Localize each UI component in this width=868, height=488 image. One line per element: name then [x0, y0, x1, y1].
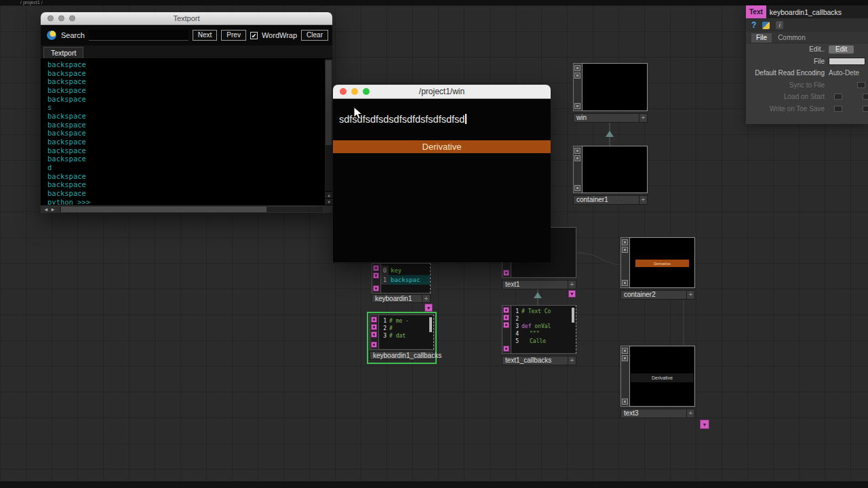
- plus-icon[interactable]: +: [568, 357, 576, 365]
- line-number: 2: [380, 325, 387, 332]
- node-name-box[interactable]: container1 +: [573, 195, 648, 205]
- info-icon[interactable]: i: [776, 21, 783, 29]
- export-flag-icon[interactable]: [503, 346, 509, 352]
- scroll-right-icon[interactable]: ▶: [52, 207, 56, 211]
- zoom-button[interactable]: [69, 16, 75, 22]
- node-name-box[interactable]: keyboardin1 +: [372, 294, 431, 303]
- bypass-flag-icon[interactable]: [574, 73, 580, 79]
- viewer-flag-icon[interactable]: [574, 148, 580, 154]
- minimize-button[interactable]: [351, 88, 358, 95]
- load-toggle[interactable]: [834, 94, 842, 100]
- display-flag-icon[interactable]: [622, 280, 628, 286]
- bypass-flag-icon[interactable]: [574, 155, 580, 161]
- next-button[interactable]: Next: [193, 30, 218, 41]
- file-field[interactable]: [829, 58, 865, 65]
- sync-toggle[interactable]: [857, 82, 865, 88]
- node-viewer[interactable]: 1 # Text Co 2 3 def onVal 4 """: [511, 305, 576, 354]
- viewer-flag-icon[interactable]: [622, 239, 628, 245]
- node-name-box[interactable]: text1 +: [502, 280, 576, 289]
- node-name-box[interactable]: keyboardin1_callbacks: [370, 351, 434, 360]
- bypass-flag-icon[interactable]: [371, 324, 377, 330]
- tab-textport[interactable]: Textport: [43, 47, 83, 58]
- node-container1[interactable]: container1 +: [573, 146, 648, 205]
- node-keyboardin1[interactable]: 0 key 1 backspac keyboardin1 +: [372, 263, 431, 303]
- node-viewer[interactable]: 0 key 1 backspac: [380, 263, 431, 293]
- node-container2[interactable]: Derivative container2 +: [620, 237, 695, 300]
- textport-console[interactable]: backspace backspace backspace backspace …: [41, 59, 332, 205]
- viewer-flag-icon[interactable]: [622, 348, 628, 354]
- display-flag-icon[interactable]: [574, 103, 580, 109]
- zoom-button[interactable]: [363, 88, 370, 95]
- plus-icon[interactable]: +: [422, 295, 430, 302]
- close-button[interactable]: [340, 88, 347, 95]
- node-name-box[interactable]: container2 +: [620, 290, 695, 300]
- bypass-flag-icon[interactable]: [373, 272, 379, 279]
- node-keyboardin1-callbacks[interactable]: 1 # me - 2 # 3 # dat keyboardin1_callbac…: [370, 314, 434, 360]
- autocomplete-highlighted-item[interactable]: Derivative: [333, 140, 551, 153]
- search-input[interactable]: [89, 30, 189, 41]
- node-viewer[interactable]: Derivative: [629, 237, 695, 288]
- node-win[interactable]: win +: [573, 63, 648, 123]
- plus-icon[interactable]: +: [639, 114, 647, 122]
- display-flag-icon[interactable]: [574, 185, 580, 191]
- clear-button[interactable]: Clear: [301, 30, 328, 41]
- node-name-box[interactable]: text1_callbacks +: [502, 356, 576, 365]
- node-viewer[interactable]: [582, 146, 648, 193]
- encoding-dropdown[interactable]: Auto-Dete: [829, 69, 859, 77]
- close-button[interactable]: [47, 16, 54, 22]
- export-flag-icon[interactable]: [371, 342, 377, 348]
- plus-icon[interactable]: +: [568, 281, 576, 289]
- prev-button[interactable]: Prev: [221, 30, 246, 41]
- write-toggle-2[interactable]: [863, 106, 868, 112]
- tab-file[interactable]: File: [751, 33, 772, 43]
- scroll-up-icon[interactable]: ▲: [325, 191, 332, 198]
- dat-scrollbar[interactable]: [429, 317, 432, 332]
- scrollbar-thumb[interactable]: [326, 60, 332, 145]
- node-viewer[interactable]: [582, 63, 648, 111]
- export-flag-icon[interactable]: [373, 285, 379, 291]
- win-body[interactable]: sdfsdfsdfsdsdfsdfdsfsdfsdfsd Derivative: [333, 99, 551, 262]
- node-name-box[interactable]: win +: [573, 113, 648, 123]
- viewer-flag-icon[interactable]: [373, 265, 379, 271]
- node-viewer[interactable]: Derivative: [629, 346, 695, 407]
- write-toggle[interactable]: [834, 106, 842, 112]
- viewer-flag-icon[interactable]: [371, 317, 377, 323]
- hscroll-thumb[interactable]: [61, 207, 267, 212]
- scroll-left-icon[interactable]: ◀: [45, 207, 50, 211]
- bypass-flag-icon[interactable]: [503, 314, 509, 321]
- viewer-flag-icon[interactable]: [574, 65, 580, 71]
- textport-titlebar[interactable]: Textport: [41, 12, 332, 25]
- viewer-menu-highlight: Derivative: [635, 260, 689, 267]
- wordwrap-checkbox[interactable]: ✔: [250, 32, 258, 39]
- language-flag-icon[interactable]: [503, 322, 509, 328]
- plus-icon[interactable]: +: [686, 409, 694, 418]
- horizontal-scrollbar[interactable]: ◀ ▶: [41, 205, 332, 213]
- edit-button[interactable]: Edit: [829, 45, 854, 54]
- help-icon[interactable]: ?: [751, 20, 756, 30]
- node-text1-callbacks[interactable]: 1 # Text Co 2 3 def onVal 4 """: [502, 305, 576, 365]
- docked-dat-flag-icon[interactable]: ▼: [700, 420, 709, 429]
- plus-icon[interactable]: +: [639, 196, 647, 204]
- display-flag-icon[interactable]: [622, 399, 628, 405]
- bypass-flag-icon[interactable]: [622, 247, 628, 253]
- node-viewer[interactable]: 1 # me - 2 # 3 # dat: [378, 314, 434, 350]
- tab-common[interactable]: Common: [773, 33, 810, 43]
- viewer-flag-icon[interactable]: [503, 307, 509, 313]
- minimize-button[interactable]: [58, 16, 64, 22]
- scroll-down-icon[interactable]: ▼: [325, 198, 332, 205]
- plus-icon[interactable]: +: [686, 291, 694, 299]
- bypass-flag-icon[interactable]: [622, 355, 628, 361]
- op-name-field[interactable]: keyboardin1_callbacks: [766, 5, 868, 18]
- docked-dat-flag-icon[interactable]: ▼: [425, 304, 433, 312]
- language-icon[interactable]: [762, 22, 770, 29]
- node-text3[interactable]: Derivative text3 +: [620, 346, 695, 418]
- docked-dat-flag-icon[interactable]: ▼: [568, 290, 576, 298]
- export-flag-icon[interactable]: [503, 270, 509, 276]
- hscroll-track[interactable]: [60, 207, 323, 212]
- load-toggle-2[interactable]: [863, 94, 868, 100]
- win-titlebar[interactable]: /project1/win: [333, 85, 551, 99]
- language-flag-icon[interactable]: [371, 331, 377, 338]
- vertical-scrollbar[interactable]: ▲ ▼: [324, 59, 332, 205]
- dat-scrollbar[interactable]: [572, 308, 574, 323]
- node-name-box[interactable]: text3 +: [620, 409, 695, 418]
